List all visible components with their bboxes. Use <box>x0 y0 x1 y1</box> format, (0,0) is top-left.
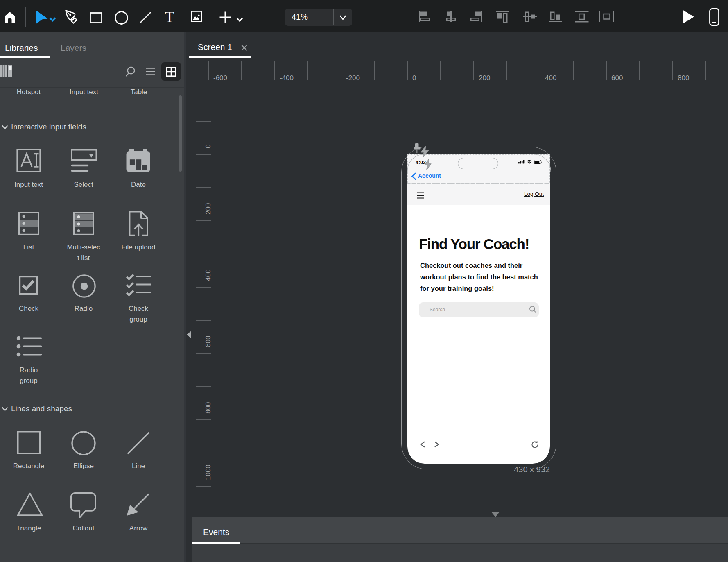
svg-text:800: 800 <box>678 74 689 82</box>
svg-text:200: 200 <box>204 203 212 215</box>
svg-text:0: 0 <box>204 145 212 148</box>
svg-text:800: 800 <box>204 402 212 414</box>
svg-text:400: 400 <box>545 74 556 82</box>
svg-text:-400: -400 <box>280 74 294 82</box>
svg-text:200: 200 <box>479 74 490 82</box>
svg-text:600: 600 <box>204 336 212 347</box>
svg-text:0: 0 <box>412 74 416 82</box>
svg-text:400: 400 <box>204 270 212 281</box>
svg-text:600: 600 <box>611 74 623 82</box>
svg-text:-200: -200 <box>346 74 360 82</box>
svg-text:1000: 1000 <box>204 465 212 480</box>
svg-text:-600: -600 <box>213 74 227 82</box>
